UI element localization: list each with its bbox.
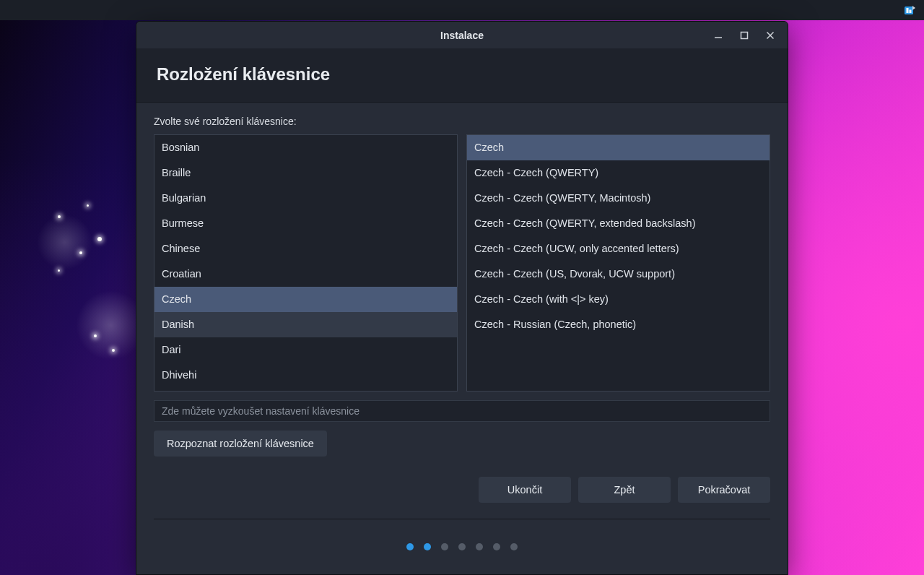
svg-rect-2	[910, 10, 912, 14]
progress-dot	[510, 543, 518, 550]
quit-button[interactable]: Ukončit	[479, 477, 571, 503]
variant-list-item[interactable]: Czech	[467, 135, 770, 160]
progress-dots	[136, 519, 788, 574]
window-title: Instalace	[440, 30, 484, 41]
progress-dot	[441, 543, 448, 550]
back-button[interactable]: Zpět	[578, 477, 671, 503]
layout-list-item[interactable]: Croatian	[154, 261, 457, 287]
variant-list-item[interactable]: Czech - Czech (UCW, only accented letter…	[467, 236, 770, 261]
window-maximize-button[interactable]	[731, 21, 757, 50]
page-title: Rozložení klávesnice	[157, 64, 767, 85]
window-close-button[interactable]	[757, 21, 783, 50]
layout-list-item[interactable]: Bulgarian	[154, 186, 457, 211]
progress-dot	[406, 543, 414, 550]
variant-list-item[interactable]: Czech - Russian (Czech, phonetic)	[467, 312, 770, 337]
layout-list-item[interactable]: Chinese	[154, 236, 457, 261]
variant-list-item[interactable]: Czech - Czech (QWERTY)	[467, 160, 770, 186]
installer-window: Instalace Rozložení klávesnice Zvolte sv…	[136, 21, 788, 575]
progress-dot	[458, 543, 466, 550]
layout-list-item[interactable]: Braille	[154, 160, 457, 186]
layout-list-item[interactable]: Czech	[154, 287, 457, 312]
layout-list-item[interactable]: Bosnian	[154, 135, 457, 160]
installer-tray-icon[interactable]	[902, 3, 917, 17]
variant-list-item[interactable]: Czech - Czech (QWERTY, extended backslas…	[467, 211, 770, 236]
progress-dot	[424, 543, 431, 550]
variant-list-item[interactable]: Czech - Czech (with <|> key)	[467, 287, 770, 312]
svg-rect-1	[907, 8, 909, 13]
page-heading-area: Rozložení klávesnice	[136, 48, 788, 103]
variant-list-item[interactable]: Czech - Czech (US, Dvorak, UCW support)	[467, 261, 770, 287]
keyboard-variant-list[interactable]: CzechCzech - Czech (QWERTY)Czech - Czech…	[466, 134, 770, 392]
keyboard-test-input[interactable]	[154, 400, 770, 422]
keyboard-layout-list[interactable]: BosnianBrailleBulgarianBurmeseChineseCro…	[154, 134, 458, 392]
layout-list-item[interactable]: Dhivehi	[154, 363, 457, 388]
window-titlebar[interactable]: Instalace	[136, 22, 788, 48]
detect-layout-button[interactable]: Rozpoznat rozložení klávesnice	[154, 431, 327, 457]
prompt-label: Zvolte své rozložení klávesnice:	[154, 116, 770, 127]
layout-list-item[interactable]: Dari	[154, 337, 457, 363]
progress-dot	[476, 543, 483, 550]
window-minimize-button[interactable]	[705, 21, 731, 50]
layout-list-item[interactable]: Dutch	[154, 388, 457, 392]
layout-list-item[interactable]: Burmese	[154, 211, 457, 236]
svg-rect-4	[741, 32, 748, 38]
continue-button[interactable]: Pokračovat	[678, 477, 770, 503]
progress-dot	[493, 543, 500, 550]
desktop-top-panel	[0, 0, 924, 20]
layout-list-item[interactable]: Danish	[154, 312, 457, 337]
svg-rect-0	[905, 7, 913, 14]
variant-list-item[interactable]: Czech - Czech (QWERTY, Macintosh)	[467, 186, 770, 211]
